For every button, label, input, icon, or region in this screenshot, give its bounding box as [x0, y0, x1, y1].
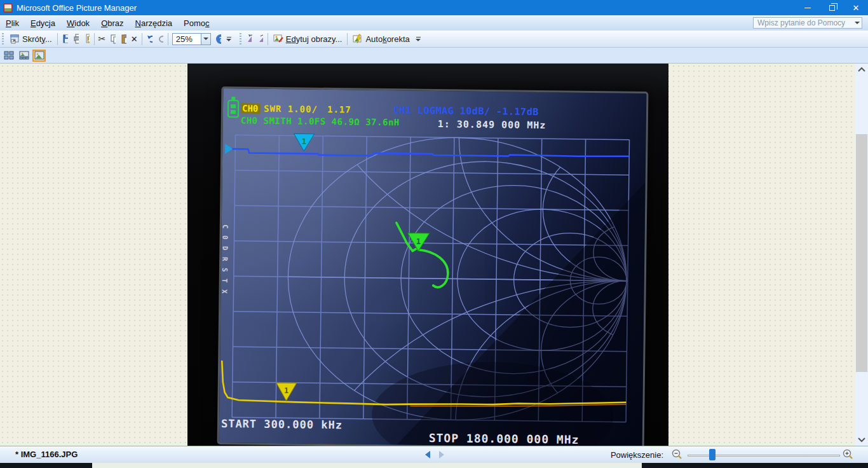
- next-picture-button[interactable]: [437, 450, 446, 459]
- window-title: Microsoft Office Picture Manager: [17, 3, 137, 13]
- toolbar: Skróty... ✂ ✕ 25% ? Edytuj obrazy...: [0, 31, 868, 48]
- zoom-in-icon: [844, 450, 853, 459]
- picture-canvas: 1 1 1: [0, 64, 868, 446]
- single-picture-view-icon: [34, 51, 44, 60]
- restore-icon: [829, 5, 835, 11]
- zoom-dropdown-button[interactable]: [201, 33, 211, 45]
- help-search-dropdown[interactable]: [852, 18, 862, 28]
- minimize-icon: [804, 8, 811, 8]
- save-button[interactable]: [60, 34, 71, 45]
- email-button[interactable]: [81, 34, 92, 45]
- swr-scale-text: SWR 1.00/: [264, 104, 318, 114]
- start-frequency-text: START 300.000 kHz: [221, 417, 342, 431]
- menu-edycja[interactable]: Edycja: [25, 17, 61, 30]
- shortcuts-icon: [10, 34, 20, 44]
- smith-trace: [396, 223, 449, 287]
- toolbar-grip[interactable]: [2, 33, 4, 45]
- paste-button[interactable]: [118, 34, 129, 45]
- print-button[interactable]: [71, 34, 81, 45]
- logmag-trace: [231, 149, 629, 159]
- picture-manager-icon: [3, 3, 13, 13]
- filmstrip-view-button[interactable]: [17, 50, 31, 62]
- undo-button[interactable]: [144, 34, 155, 45]
- scroll-up-icon[interactable]: [858, 67, 865, 72]
- zoom-in-button[interactable]: [842, 449, 853, 460]
- zoom-out-button[interactable]: [671, 449, 682, 460]
- reference-marker-icon: [225, 144, 233, 154]
- chevron-down-icon: [416, 39, 421, 41]
- minimize-button[interactable]: [796, 0, 820, 15]
- menu-plik[interactable]: Plik: [0, 17, 25, 30]
- previous-picture-icon: [425, 451, 430, 458]
- undo-icon: [147, 34, 153, 44]
- rotate-left-button[interactable]: [244, 34, 255, 45]
- autocorrect-button[interactable]: Autokorekta: [349, 32, 412, 45]
- separator: [347, 33, 348, 45]
- scroll-down-icon[interactable]: [858, 437, 865, 443]
- battery-icon: [228, 97, 238, 117]
- chevron-down-icon: [855, 22, 860, 24]
- single-picture-view-button[interactable]: [32, 50, 46, 62]
- redo-icon: [158, 34, 163, 44]
- rotate-right-icon: [257, 34, 263, 44]
- menu-obraz[interactable]: Obraz: [95, 17, 129, 30]
- svg-text:1: 1: [302, 137, 306, 146]
- separator: [168, 33, 168, 45]
- marker-1-swr: 1: [276, 383, 296, 401]
- logmag-scale-text: CH1 LOGMAG 10dB/ -1.17dB: [393, 104, 539, 118]
- marker-readout-text: 1: 30.849 000 MHz: [438, 118, 546, 131]
- toolbar-grip[interactable]: [240, 33, 241, 45]
- svg-text:D: D: [220, 246, 229, 251]
- restore-button[interactable]: [820, 0, 844, 15]
- help-search-input[interactable]: Wpisz pytanie do Pomocy: [753, 17, 862, 29]
- zoom-out-icon: [673, 450, 682, 459]
- toolbar-options-button[interactable]: [225, 32, 233, 46]
- previous-picture-button[interactable]: [423, 450, 432, 459]
- edit-pictures-button[interactable]: Edytuj obrazy...: [270, 32, 346, 45]
- menu-narzedzia[interactable]: Narzędzia: [130, 17, 179, 30]
- svg-text:C: C: [221, 224, 229, 229]
- copy-button[interactable]: [107, 34, 118, 45]
- taskbar-window-strip: [92, 463, 642, 468]
- scrollbar-thumb[interactable]: [856, 134, 867, 372]
- chevron-down-icon: [226, 39, 231, 41]
- email-icon: [84, 34, 90, 44]
- close-button[interactable]: ✕: [844, 0, 868, 15]
- vertical-scrollbar[interactable]: [855, 64, 868, 446]
- menu-pomoc[interactable]: Pomoc: [178, 17, 215, 30]
- help-button[interactable]: ?: [213, 34, 224, 45]
- rotate-right-button[interactable]: [255, 34, 266, 45]
- nanovna-screen: 1 1 1: [217, 86, 649, 446]
- save-icon: [62, 34, 68, 44]
- marker-1-logmag: 1: [294, 134, 314, 151]
- zoom-combo[interactable]: 25%: [172, 33, 211, 45]
- view-toolbar: [0, 48, 868, 64]
- copy-icon: [110, 34, 116, 44]
- titlebar: Microsoft Office Picture Manager ✕: [0, 0, 868, 15]
- close-icon: ✕: [853, 4, 860, 12]
- shortcuts-button[interactable]: Skróty...: [6, 32, 55, 45]
- cut-icon: ✂: [98, 34, 105, 44]
- thumbnail-view-icon: [4, 51, 14, 60]
- help-icon: ?: [215, 34, 221, 45]
- thumbnail-view-button[interactable]: [2, 50, 15, 62]
- zoom-value[interactable]: 25%: [172, 33, 201, 45]
- svg-text:R: R: [220, 257, 229, 261]
- separator: [94, 33, 95, 45]
- zoom-slider-thumb[interactable]: [709, 449, 715, 460]
- svg-text:X: X: [220, 289, 228, 294]
- rotate-left-icon: [247, 34, 252, 44]
- toolbar-options-button[interactable]: [414, 32, 423, 46]
- redo-button[interactable]: [155, 34, 166, 45]
- separator: [268, 33, 268, 45]
- zoom-label: Powiększenie:: [611, 450, 663, 460]
- menu-widok[interactable]: Widok: [61, 17, 95, 30]
- svg-text:0: 0: [221, 235, 229, 240]
- taskbar-strip: [0, 463, 868, 468]
- svg-text:1: 1: [416, 237, 421, 246]
- status-bar: * IMG_1166.JPG Powiększenie:: [0, 446, 868, 463]
- chevron-down-icon: [203, 38, 208, 40]
- cut-button[interactable]: ✂: [97, 34, 107, 45]
- smith-scale-text: CH0 SMITH 1.0FS 46.9Ω 37.6nH: [241, 115, 400, 127]
- delete-button[interactable]: ✕: [129, 34, 140, 45]
